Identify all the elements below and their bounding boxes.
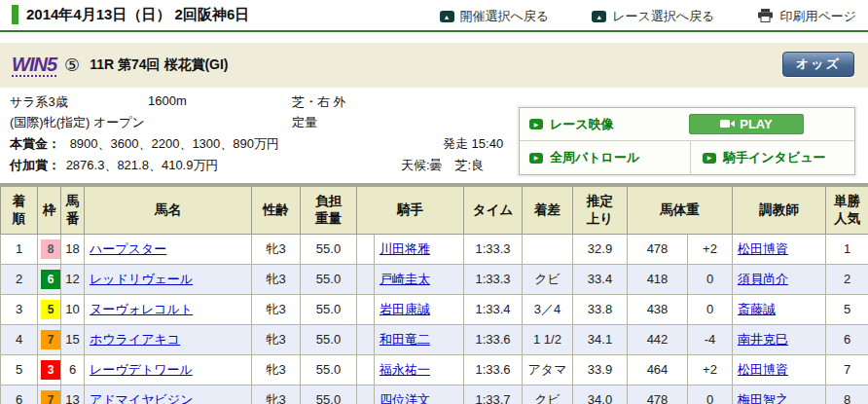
jockey-cell: 福永祐一 <box>375 354 464 385</box>
col-header-jockey: 騎手 <box>357 185 464 234</box>
body-weight: 442 <box>628 324 688 354</box>
win-popularity: 5 <box>826 294 868 324</box>
back-to-race-select-link[interactable]: ▲ レース選択へ戻る <box>592 8 714 25</box>
frame-number-badge: 5 <box>41 300 60 319</box>
jockey-mark-cell <box>357 324 375 354</box>
jockey-interview-link[interactable]: ▶ 騎手インタビュー <box>703 149 826 166</box>
horse-link[interactable]: ヌーヴォレコルト <box>90 302 193 316</box>
play-arrow-icon: ▶ <box>529 153 543 164</box>
carried-weight: 55.0 <box>301 294 357 324</box>
start-time: 発走 15:40 <box>443 135 503 153</box>
horse-name-cell: ハープスター <box>85 234 252 264</box>
results-header-row: 着 順 枠 馬 番 馬名 性齢 負担 重量 騎手 タイム 着差 推定 上り 馬体… <box>1 185 868 234</box>
prize-money-label: 本賞金： <box>10 136 60 151</box>
col-header-frame: 枠 <box>38 185 61 234</box>
body-weight-diff: 0 <box>688 264 733 294</box>
jockey-mark-cell <box>357 354 375 385</box>
jockey-link[interactable]: 岩田康誠 <box>380 302 430 316</box>
margin: クビ <box>523 264 573 294</box>
print-page-label: 印刷用ページ <box>779 8 856 25</box>
margin <box>523 234 573 264</box>
trainer-cell: 松田博資 <box>733 354 826 385</box>
col-header-last-3f: 推定 上り <box>573 185 628 234</box>
trainer-cell: 須貝尚介 <box>733 264 826 294</box>
col-header-carried-weight: 負担 重量 <box>301 185 357 234</box>
race-video-link[interactable]: ▶ レース映像 <box>529 116 614 133</box>
result-row: 6 7 13 アドマイヤビジン 牝3 55.0 四位洋文 1:33.7 クビ 3… <box>1 385 868 404</box>
sex-age: 牝3 <box>252 264 301 294</box>
race-title-bar: WIN5 ⑤ 11R 第74回 桜花賞(GI) オッズ <box>0 43 868 88</box>
col-header-win-popularity: 単勝 人気 <box>826 185 868 234</box>
margin: クビ <box>523 385 573 404</box>
horse-link[interactable]: レーヴデトワール <box>90 362 193 377</box>
added-prize-label: 付加賞： <box>10 158 60 172</box>
race-distance: 1600m <box>148 93 187 108</box>
patrol-video-label: 全周パトロール <box>550 149 639 166</box>
frame-cell: 8 <box>38 234 61 264</box>
last-3f-time: 33.4 <box>573 264 628 294</box>
jockey-link[interactable]: 戸崎圭太 <box>380 272 430 286</box>
horse-link[interactable]: アドマイヤビジン <box>90 392 193 404</box>
back-to-meeting-label: 開催選択へ戻る <box>460 8 550 25</box>
col-header-horse-name: 馬名 <box>85 185 252 234</box>
body-weight: 464 <box>628 354 688 385</box>
carried-weight: 55.0 <box>301 234 357 264</box>
win5-logo: WIN5 <box>12 55 56 77</box>
play-arrow-icon: ▶ <box>529 119 543 129</box>
printer-icon <box>757 9 774 25</box>
play-button[interactable]: PLAY <box>689 114 804 134</box>
play-arrow-icon: ▶ <box>703 153 716 164</box>
green-divider-rule <box>0 30 868 32</box>
trainer-cell: 斎藤誠 <box>733 294 826 324</box>
frame-cell: 3 <box>38 354 61 385</box>
frame-number-badge: 3 <box>41 360 60 380</box>
horse-link[interactable]: ハープスター <box>90 241 166 256</box>
jockey-link[interactable]: 四位洋文 <box>380 392 430 404</box>
jockey-link[interactable]: 川田将雅 <box>380 241 430 256</box>
top-nav: ▲ 開催選択へ戻る ▲ レース選択へ戻る 印刷用ページ <box>440 8 856 25</box>
finish-time: 1:33.3 <box>464 264 523 294</box>
print-page-link[interactable]: 印刷用ページ <box>757 8 856 25</box>
odds-button[interactable]: オッズ <box>782 52 854 77</box>
margin: 1 1/2 <box>523 324 573 354</box>
video-panel: ▶ レース映像 PLAY ▶ 全周パトロール ▶ 騎手インタビュー <box>519 107 855 175</box>
patrol-video-link[interactable]: ▶ 全周パトロール <box>529 149 639 166</box>
trainer-link[interactable]: 松田博資 <box>738 362 788 377</box>
race-result-page: 2014年4月13日（日） 2回阪神6日 ▲ 開催選択へ戻る ▲ レース選択へ戻… <box>0 0 868 404</box>
carried-weight: 55.0 <box>301 324 357 354</box>
col-header-sex-age: 性齢 <box>252 185 301 234</box>
jockey-cell: 和田竜二 <box>375 324 464 354</box>
prize-money-values: 8900、3600、2200、1300、890万円 <box>70 136 279 151</box>
play-button-label: PLAY <box>740 117 772 131</box>
jockey-link[interactable]: 和田竜二 <box>380 332 430 347</box>
finish-time: 1:33.3 <box>464 234 523 264</box>
carried-weight: 55.0 <box>301 385 357 404</box>
back-to-race-select-label: レース選択へ戻る <box>612 8 714 25</box>
margin: 3／4 <box>523 294 573 324</box>
finish-time: 1:33.6 <box>464 324 523 354</box>
horse-link[interactable]: ホウライアキコ <box>90 332 180 347</box>
col-header-body-weight: 馬体重 <box>628 185 733 234</box>
finish-position: 1 <box>1 234 38 264</box>
frame-cell: 7 <box>38 324 61 354</box>
trainer-link[interactable]: 松田博資 <box>738 241 788 256</box>
finish-position: 6 <box>1 385 38 404</box>
added-prize: 付加賞： 2876.3、821.8、410.9万円 <box>10 157 218 174</box>
trainer-link[interactable]: 梅田智之 <box>738 392 788 404</box>
jockey-link[interactable]: 福永祐一 <box>380 362 430 377</box>
win-popularity: 7 <box>826 354 868 385</box>
green-accent-bar <box>12 5 18 24</box>
back-to-meeting-link[interactable]: ▲ 開催選択へ戻る <box>440 8 550 25</box>
weather-track-condition: 天候:曇 芝:良 <box>401 157 484 174</box>
horse-link[interactable]: レッドリヴェール <box>90 272 193 286</box>
date-heading: 2014年4月13日（日） 2回阪神6日 <box>12 5 249 24</box>
body-weight-diff: 0 <box>688 385 733 404</box>
trainer-link[interactable]: 南井克巳 <box>738 332 788 347</box>
date-title: 2014年4月13日（日） 2回阪神6日 <box>26 6 249 24</box>
horse-number: 13 <box>61 385 85 404</box>
trainer-link[interactable]: 斎藤誠 <box>738 302 776 316</box>
body-weight-diff: -4 <box>688 324 733 354</box>
frame-number-badge: 7 <box>41 390 60 404</box>
trainer-link[interactable]: 須貝尚介 <box>738 272 788 286</box>
frame-cell: 6 <box>38 264 61 294</box>
